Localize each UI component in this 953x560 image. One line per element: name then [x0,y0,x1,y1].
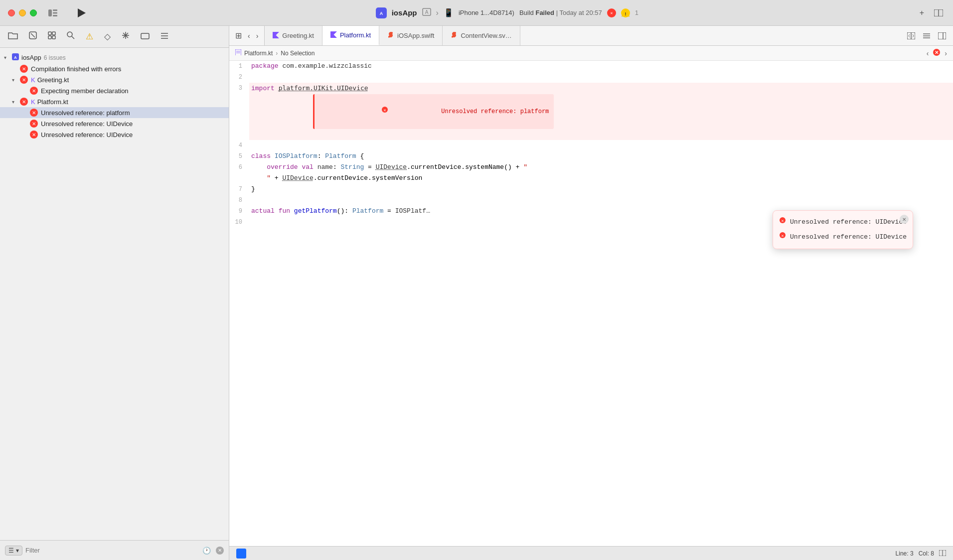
diamond-icon[interactable]: ◇ [103,30,112,43]
svg-rect-17 [48,32,51,35]
filter-icon: ☰ [8,547,14,554]
code-lines: 1 package com.example.wizzclassic 2 3 im… [229,61,953,228]
tab-greeting-kt[interactable]: Greeting.kt [265,26,322,45]
breadcrumb-actions: ‹ ✕ › [927,48,947,58]
filter-input[interactable] [25,547,197,554]
greeting-kt-label: Greeting.kt [37,76,69,84]
tab-list: Greeting.kt Platform.kt iOSApp.swift [265,26,900,45]
tab-label: Greeting.kt [282,32,314,39]
tab-grid-button[interactable]: ⊞ [233,29,244,42]
minimize-button[interactable] [19,9,26,16]
sidebar: ⚠ ◇ ▾ A iosApp 6 issues [0,26,229,560]
device-info: iPhone 1...4D8714) [459,9,514,16]
svg-rect-40 [938,32,946,39]
svg-rect-18 [52,32,55,35]
svg-text:A: A [14,55,17,60]
status-col: Col: 8 [919,550,934,557]
split-editor-button[interactable] [905,30,917,41]
breadcrumb-forward-button[interactable]: › [945,49,947,57]
warning-icon[interactable]: ⚠ [85,30,94,43]
svg-text:!: ! [625,11,626,16]
editor-menu-button[interactable] [921,31,932,41]
titlebar-center: A iosApp A › 📱 iPhone 1...4D8714) Build … [97,7,918,18]
build-status: Build Failed | Today at 20:57 [519,9,602,16]
popup-close-button[interactable]: ✕ [900,215,909,224]
close-button[interactable] [8,9,15,16]
status-right: Line: 3 Col: 8 [896,550,946,558]
breadcrumb-bar: Platform.kt › No Selection ‹ ✕ › [229,46,953,61]
sidebar-toggle-button[interactable] [45,6,61,20]
stop-icon[interactable] [28,30,38,43]
tab-prev-button[interactable]: ‹ [246,31,252,41]
svg-text:✕: ✕ [781,234,784,239]
rect-icon[interactable] [140,31,151,43]
code-line-8: 8 [229,195,953,206]
inline-error-platform: ✕ Unresolved reference: platform [313,94,554,129]
breadcrumb-selection: No Selection [281,50,315,57]
breadcrumb-error-button[interactable]: ✕ [933,48,941,58]
build-progress-indicator [236,549,246,559]
kotlin-file-icon: K [31,76,35,84]
filter-dropdown[interactable]: ☰ ▾ [5,546,22,556]
root-issues: 6 issues [44,54,66,61]
tab-contentview-swift[interactable]: ContentView.sv… [443,26,520,45]
snowflake-icon[interactable] [121,30,131,43]
status-left [236,549,246,559]
app-name: iosApp [392,8,417,17]
error-icon: ✕ [30,120,38,128]
sidebar-item-greeting-kt[interactable]: ▾ ✕ K Greeting.kt [0,74,229,85]
popup-error-text-2: Unresolved reference: UIDevice [790,232,907,243]
grid-icon[interactable] [47,30,57,43]
svg-line-16 [31,33,35,37]
filter-clear-button[interactable]: ✕ [216,547,224,555]
kotlin-icon [273,32,279,40]
sidebar-item-unresolved-uidevice-1[interactable]: ✕ Unresolved reference: UIDevice [0,118,229,129]
code-editor[interactable]: 1 package com.example.wizzclassic 2 3 im… [229,61,953,546]
code-line-6: 6 override val name: String = UIDevice.c… [229,162,953,173]
unresolved-uidevice-1-label: Unresolved reference: UIDevice [41,120,133,128]
main-area: ⚠ ◇ ▾ A iosApp 6 issues [0,26,953,560]
inspector-button[interactable] [936,30,948,41]
code-line-1: 1 package com.example.wizzclassic [229,61,953,72]
svg-rect-2 [53,12,57,13]
warning-count: 1 [635,9,638,16]
svg-rect-1 [53,9,57,11]
sidebar-item-compilation-error[interactable]: ✕ Compilation finished with errors [0,63,229,74]
add-tab-button[interactable]: + [918,6,926,19]
maximize-button[interactable] [30,9,37,16]
svg-rect-19 [48,36,51,39]
error-count-badge: ✕ [607,8,616,17]
popup-row-1: ✕ Unresolved reference: UIDevice [779,215,907,230]
sidebar-toolbar: ⚠ ◇ [0,26,229,48]
tab-label-active: Platform.kt [340,31,371,39]
sidebar-item-unresolved-platform[interactable]: ✕ Unresolved reference: platform [0,107,229,118]
sidebar-item-expecting-member[interactable]: ✕ Expecting member declaration [0,85,229,96]
error-icon: ✕ [30,87,38,95]
swift-icon-1 [387,31,394,40]
popup-error-icon-2: ✕ [779,232,786,243]
svg-marker-34 [330,31,337,38]
app-icon: A [376,7,387,18]
status-layout-button[interactable] [939,550,946,558]
sidebar-item-unresolved-uidevice-2[interactable]: ✕ Unresolved reference: UIDevice [0,129,229,140]
svg-text:A: A [379,11,383,16]
editor-status-bar: Line: 3 Col: 8 [229,546,953,560]
sidebar-item-root[interactable]: ▾ A iosApp 6 issues [0,52,229,63]
breadcrumb-back-button[interactable]: ‹ [927,49,929,57]
tab-platform-kt[interactable]: Platform.kt [322,26,379,45]
list-icon[interactable] [159,31,169,43]
error-icon: ✕ [319,95,389,128]
code-line-7: 7 } [229,184,953,195]
sidebar-item-platform-kt[interactable]: ▾ ✕ K Platform.kt [0,96,229,107]
svg-point-21 [67,32,72,37]
tab-iosapp-swift[interactable]: iOSApp.swift [379,26,443,45]
layout-toggle-button[interactable] [932,7,945,18]
svg-rect-3 [53,15,57,16]
folder-icon[interactable] [7,30,19,43]
tab-next-button[interactable]: › [254,31,261,41]
filter-clock-icon[interactable]: 🕐 [200,545,213,557]
kotlin-icon-active [330,31,337,39]
run-button[interactable] [73,6,91,20]
warning-count-badge: ! [621,8,630,17]
search-icon[interactable] [66,30,76,43]
